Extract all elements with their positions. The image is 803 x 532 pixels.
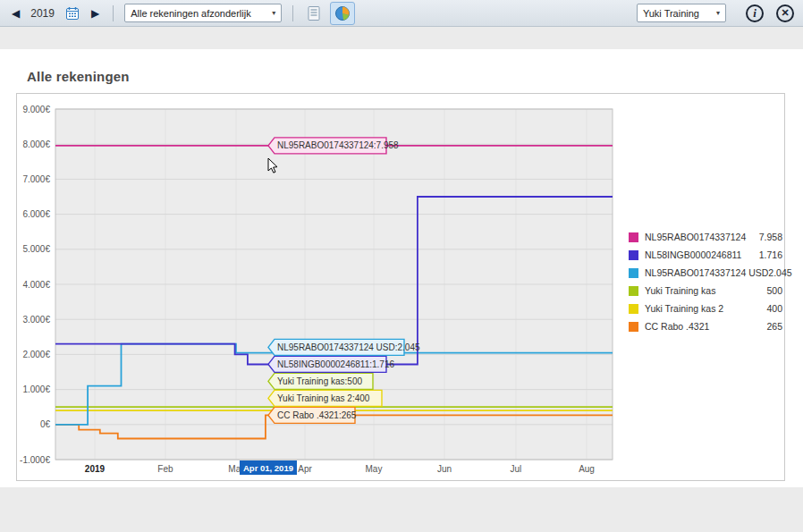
legend-swatch [629,304,638,314]
toolbar: ◀ 2019 ▶ Alle rekeningen afzonderlijk ▾ [0,0,803,27]
legend-label: Yuki Training kas 2 [645,303,766,314]
year-label: 2019 [30,7,55,20]
series-tooltip-label: NL95RABO0174337124:7.958 [277,140,399,150]
y-tick-label: 3.000€ [22,315,50,325]
legend-label: NL58INGB0000246811 [645,249,759,260]
toolbar-divider [113,5,114,21]
series-tooltip-label: Yuki Training kas:500 [277,376,362,386]
view-select-value: Alle rekeningen afzonderlijk [131,8,251,19]
legend-value: 2.045 [768,267,791,278]
report-view-button[interactable] [304,3,324,24]
legend-swatch [629,286,638,296]
legend-label: NL95RABO0174337124 [645,232,759,242]
y-tick-label: 6.000€ [22,209,50,219]
legend-item[interactable]: NL58INGB00002468111.716 [629,246,782,264]
toolbar-divider [292,5,293,21]
y-tick-label: -1.000€ [20,455,50,465]
pie-chart-icon [334,5,351,21]
series-tooltip-label: NL58INGB0000246811:1.716 [277,359,394,369]
legend-label: NL95RABO0174337124 USD [645,267,768,278]
info-icon: i [753,7,757,19]
y-tick-label: 2.000€ [22,350,50,359]
close-button[interactable]: ✕ [776,4,794,22]
legend-label: CC Rabo .4321 [645,321,766,332]
company-select[interactable]: Yuki Training ▾ [637,4,726,22]
x-tick-label: Aug [579,464,595,474]
legend-value: 265 [766,321,782,332]
x-tick-label: Apr [298,464,312,474]
legend-item[interactable]: NL95RABO0174337124 USD2.045 [629,264,782,282]
calendar-button[interactable] [63,4,82,23]
x-tick-label: 2019 [85,464,106,474]
series-tooltip-label: CC Rabo .4321:265 [277,410,357,420]
close-icon: ✕ [781,8,789,18]
page-title: Alle rekeningen [27,69,130,84]
report-icon [307,5,321,21]
legend-swatch [629,268,638,278]
prev-arrow-icon: ◀ [12,8,20,19]
y-tick-label: 1.000€ [22,384,50,394]
x-tick-label: Jul [511,464,522,474]
legend-value: 7.958 [759,232,782,242]
series-tooltip-label: NL95RABO0174337124 USD:2.045 [277,342,420,352]
legend-value: 1.716 [759,249,782,260]
y-tick-label: 8.000€ [22,139,50,149]
y-tick-label: 5.000€ [22,244,50,254]
x-tick-label: May [366,464,383,474]
x-tick-label: Feb [157,464,173,474]
legend-swatch [629,232,638,242]
next-arrow-icon: ▶ [91,8,99,19]
chevron-down-icon: ▾ [272,9,275,17]
legend-label: Yuki Training kas [645,285,766,296]
legend-swatch [629,322,638,332]
series-tooltip-label: Yuki Training kas 2:400 [277,393,370,403]
legend-item[interactable]: CC Rabo .4321265 [629,317,782,335]
hover-date-label: Apr 01, 2019 [243,463,293,473]
legend-value: 500 [766,285,782,296]
chevron-down-icon: ▾ [716,9,720,17]
legend-swatch [629,250,638,260]
x-tick-label: Jun [437,464,452,474]
chart-view-button[interactable] [330,2,355,25]
next-period-button[interactable]: ▶ [89,5,102,21]
content-panel: Alle rekeningen 9.000€8.000€7.000€6.000€… [0,49,803,487]
view-select[interactable]: Alle rekeningen afzonderlijk ▾ [124,4,282,22]
info-button[interactable]: i [746,4,764,22]
legend-item[interactable]: Yuki Training kas 2400 [629,300,782,317]
legend-item[interactable]: NL95RABO01743371247.958 [629,228,782,246]
y-tick-label: 7.000€ [22,174,50,184]
prev-period-button[interactable]: ◀ [9,5,22,21]
y-tick-label: 9.000€ [22,105,50,114]
chart-legend: NL95RABO01743371247.958NL58INGB000024681… [629,228,782,335]
chart-card: 9.000€8.000€7.000€6.000€5.000€4.000€3.00… [16,93,785,481]
company-select-value: Yuki Training [643,8,699,19]
legend-item[interactable]: Yuki Training kas500 [629,282,782,300]
calendar-icon [65,6,80,21]
legend-value: 400 [766,303,782,314]
y-tick-label: 4.000€ [22,280,50,290]
y-tick-label: 0€ [40,419,51,429]
